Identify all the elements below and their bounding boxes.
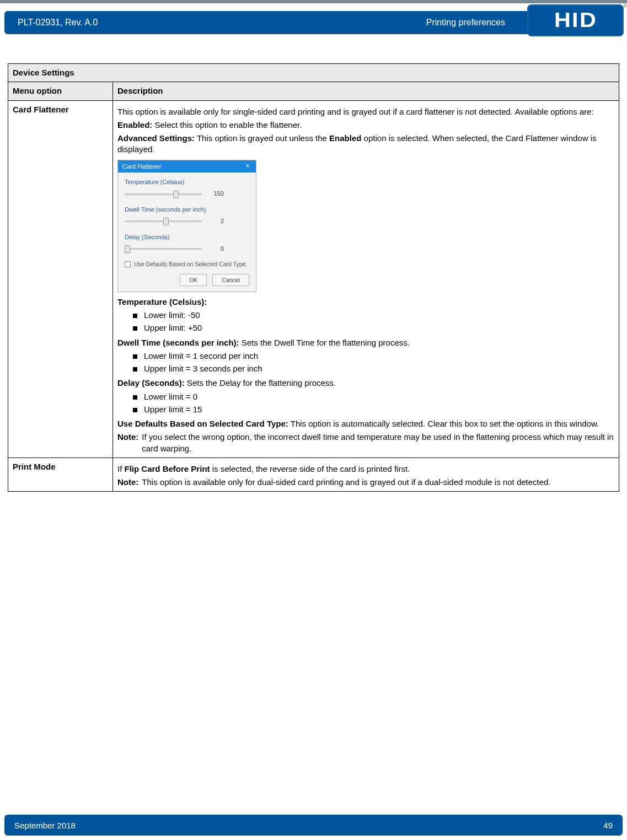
dialog-body: Temperature (Celsius) 150 Dwell Time (se… xyxy=(118,173,256,291)
dwell-field: Dwell Time (seconds per inch) 2 xyxy=(125,206,249,225)
menu-option-cell: Card Flattener xyxy=(8,100,113,457)
close-icon[interactable]: × xyxy=(244,163,251,170)
cf-adv-bold: Enabled xyxy=(329,133,361,143)
note-label: Note: xyxy=(117,432,138,454)
temperature-heading-label: Temperature (Celsius): xyxy=(117,297,207,306)
dwell-heading: Dwell Time (seconds per inch): Sets the … xyxy=(117,337,614,348)
card-flattener-dialog: Card Flattener × Temperature (Celsius) xyxy=(117,160,256,292)
dwell-slider[interactable] xyxy=(125,217,202,225)
dwell-label: Dwell Time (seconds per inch) xyxy=(125,206,249,214)
cf-adv-text-a: This option is grayed out unless the xyxy=(195,133,329,143)
temperature-slider[interactable] xyxy=(125,190,202,198)
brand-logo: HID xyxy=(527,4,624,36)
list-item: Upper limit = 3 seconds per inch xyxy=(133,363,614,374)
pm-line1: If Flip Card Before Print is selected, t… xyxy=(117,464,614,475)
cf-enabled-text: Select this option to enable the flatten… xyxy=(152,120,302,130)
device-settings-table: Device Settings Menu option Description … xyxy=(8,63,619,492)
slider-thumb[interactable] xyxy=(125,245,130,253)
dwell-slider-row: 2 xyxy=(125,217,249,225)
dwell-heading-text: Sets the Dwell Time for the flattening p… xyxy=(239,338,410,347)
defaults-text: This option is automatically selected. C… xyxy=(288,419,599,428)
footer-bar: September 2018 49 xyxy=(4,815,623,836)
delay-heading: Delay (Seconds): Sets the Delay for the … xyxy=(117,378,614,389)
slider-thumb[interactable] xyxy=(173,191,179,198)
cf-adv-label: Advanced Settings: xyxy=(117,133,195,143)
list-item: Lower limit: -50 xyxy=(133,310,614,321)
temperature-heading: Temperature (Celsius): xyxy=(117,297,614,308)
dialog-buttons: OK Cancel xyxy=(125,274,249,286)
brand-logo-text: HID xyxy=(554,9,597,32)
cancel-button[interactable]: Cancel xyxy=(212,274,249,286)
dialog-title-text: Card Flattener xyxy=(122,163,161,171)
delay-heading-text: Sets the Delay for the flattening proces… xyxy=(185,378,336,387)
table-row: Card Flattener This option is available … xyxy=(8,100,619,457)
delay-limits-list: Lower limit = 0 Upper limit = 15 xyxy=(133,391,614,416)
table-header-row: Menu option Description xyxy=(8,82,619,100)
table-title-row: Device Settings xyxy=(8,64,619,82)
delay-value: 0 xyxy=(206,245,224,253)
pm-line1-a: If xyxy=(117,464,125,473)
note-text: If you select the wrong option, the inco… xyxy=(142,432,614,454)
temperature-field: Temperature (Celsius) 150 xyxy=(125,178,249,198)
page-number: 49 xyxy=(603,821,613,830)
pm-note: Note: This option is available only for … xyxy=(117,477,614,488)
delay-slider[interactable] xyxy=(125,245,202,252)
temperature-slider-row: 150 xyxy=(125,190,249,198)
footer-date: September 2018 xyxy=(14,821,76,830)
pm-line1-b: is selected, the reverse side of the car… xyxy=(210,464,410,473)
dwell-value: 2 xyxy=(206,217,224,225)
defaults-label: Use Defaults Based on Selected Card Type… xyxy=(117,419,288,428)
cf-note: Note: If you select the wrong option, th… xyxy=(117,432,614,454)
ok-button[interactable]: OK xyxy=(180,274,207,286)
description-cell: If Flip Card Before Print is selected, t… xyxy=(113,457,619,492)
delay-heading-label: Delay (Seconds): xyxy=(117,378,185,387)
temperature-limits-list: Lower limit: -50 Upper limit: +50 xyxy=(133,310,614,334)
header-bar: PLT-02931, Rev. A.0 Printing preferences… xyxy=(0,3,627,36)
list-item: Lower limit = 1 second per inch xyxy=(133,351,614,362)
menu-option-cell: Print Mode xyxy=(8,457,113,492)
delay-label: Delay (Seconds) xyxy=(125,233,249,241)
table-row: Print Mode If Flip Card Before Print is … xyxy=(8,457,619,492)
delay-slider-row: 0 xyxy=(125,245,249,253)
defaults-line: Use Defaults Based on Selected Card Type… xyxy=(117,418,614,429)
slider-thumb[interactable] xyxy=(163,218,169,225)
slider-track xyxy=(125,248,202,250)
content-area: Device Settings Menu option Description … xyxy=(8,63,619,492)
use-defaults-checkbox-label: Use Defaults Based on Selected Card Type… xyxy=(134,260,247,268)
dwell-heading-label: Dwell Time (seconds per inch): xyxy=(117,338,239,347)
delay-field: Delay (Seconds) 0 xyxy=(125,233,249,253)
pm-line1-bold: Flip Card Before Print xyxy=(125,464,210,473)
col1-header: Menu option xyxy=(8,82,113,100)
use-defaults-checkbox-row: Use Defaults Based on Selected Card Type… xyxy=(125,260,249,268)
table-title: Device Settings xyxy=(8,64,619,82)
cf-enabled-line: Enabled: Select this option to enable th… xyxy=(117,120,614,131)
note-text: This option is available only for dual-s… xyxy=(142,477,614,488)
list-item: Upper limit: +50 xyxy=(133,322,614,333)
note-label: Note: xyxy=(117,477,138,488)
col2-header: Description xyxy=(113,82,619,100)
list-item: Lower limit = 0 xyxy=(133,391,614,402)
slider-track xyxy=(125,193,202,195)
dialog-titlebar: Card Flattener × xyxy=(118,160,256,173)
temperature-value: 150 xyxy=(206,190,224,198)
list-item: Upper limit = 15 xyxy=(133,404,614,415)
doc-id: PLT-02931, Rev. A.0 xyxy=(14,18,98,28)
use-defaults-checkbox[interactable] xyxy=(125,261,131,267)
description-cell: This option is available only for single… xyxy=(113,100,619,457)
dwell-limits-list: Lower limit = 1 second per inch Upper li… xyxy=(133,351,614,375)
cf-adv-line: Advanced Settings: This option is grayed… xyxy=(117,133,614,155)
cf-intro: This option is available only for single… xyxy=(117,106,614,117)
cf-enabled-label: Enabled: xyxy=(117,120,152,130)
registered-mark: ® xyxy=(623,3,627,9)
temperature-label: Temperature (Celsius) xyxy=(125,178,249,186)
